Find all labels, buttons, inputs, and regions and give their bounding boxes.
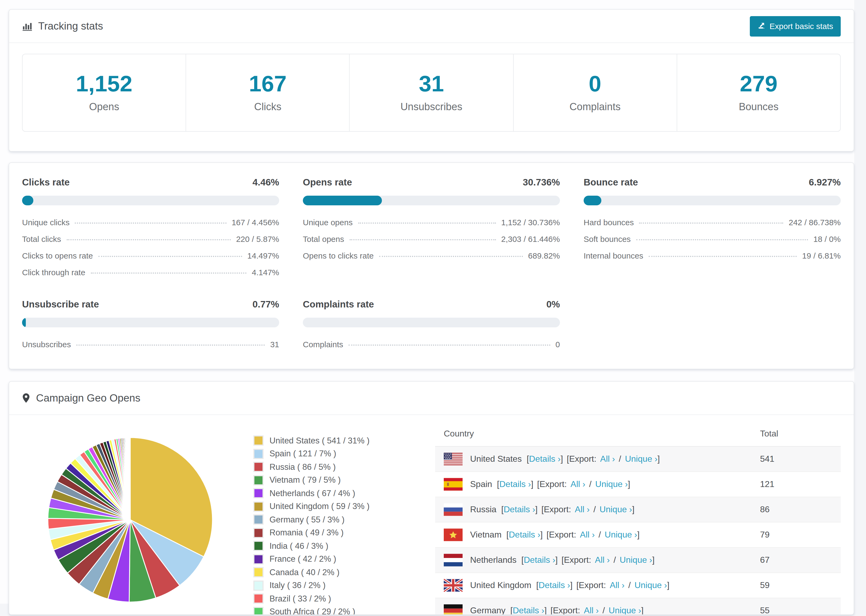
stat-detail-row: Unsubscribes 31 xyxy=(22,336,279,353)
export-all-link[interactable]: All › xyxy=(580,530,595,539)
rate-block-bounce-rate: Bounce rate 6.927% Hard bounces 242 / 86… xyxy=(584,177,841,281)
country-total: 67 xyxy=(751,547,841,573)
progress-fill xyxy=(584,196,601,205)
stat-label: Complaints xyxy=(513,100,676,113)
de-flag-icon xyxy=(444,604,463,615)
legend-swatch xyxy=(254,567,264,577)
legend-swatch xyxy=(254,607,264,615)
legend-label: Germany ( 55 / 3% ) xyxy=(269,515,345,524)
bracket: ] xyxy=(544,606,547,615)
stat-detail-label: Clicks to opens rate xyxy=(22,251,93,260)
legend-swatch xyxy=(254,435,264,446)
legend-item[interactable]: Russia ( 86 / 5% ) xyxy=(254,462,431,472)
export-unique-link[interactable]: Unique › xyxy=(620,555,652,564)
legend-item[interactable]: United Kingdom ( 59 / 3% ) xyxy=(254,501,431,511)
geo-header: Campaign Geo Opens xyxy=(9,382,853,415)
scrollbar-gutter[interactable] xyxy=(854,0,866,616)
export-all-link[interactable]: All › xyxy=(600,454,615,464)
details-link[interactable]: Details › xyxy=(509,530,540,539)
stat-detail-row: Soft bounces 18 / 0% xyxy=(584,231,841,247)
legend-item[interactable]: India ( 46 / 3% ) xyxy=(254,541,431,551)
legend-item[interactable]: Canada ( 40 / 2% ) xyxy=(254,567,431,577)
legend-item[interactable]: Brazil ( 33 / 2% ) xyxy=(254,593,431,603)
details-link[interactable]: Details › xyxy=(524,555,555,564)
details-link[interactable]: Details › xyxy=(504,505,535,514)
bracket: ] xyxy=(637,530,639,539)
export-all-link[interactable]: All › xyxy=(584,606,599,615)
legend-item[interactable]: United States ( 541 / 31% ) xyxy=(254,435,431,446)
stat-value: 279 xyxy=(677,72,840,96)
stat-detail-row: Unique opens 1,152 / 30.736% xyxy=(303,214,560,231)
export-all-link[interactable]: All › xyxy=(595,555,610,564)
export-unique-link[interactable]: Unique › xyxy=(605,530,637,539)
legend-item[interactable]: South Africa ( 29 / 2% ) xyxy=(254,607,431,615)
stat-box-complaints: 0 Complaints xyxy=(513,54,677,131)
export-prefix: [Export: xyxy=(546,530,576,539)
legend-label: Russia ( 86 / 5% ) xyxy=(269,462,335,472)
progress-bar xyxy=(22,196,279,205)
stat-box-unsubscribes: 31 Unsubscribes xyxy=(350,54,513,131)
bracket: ] xyxy=(652,555,655,564)
table-row-nl: Netherlands[Details ›][Export:All ›/Uniq… xyxy=(435,547,841,573)
bracket: ] xyxy=(555,555,558,564)
column-header-country: Country xyxy=(435,421,751,446)
rate-value: 6.927% xyxy=(809,177,841,188)
details-link[interactable]: Details › xyxy=(529,454,561,464)
export-unique-link[interactable]: Unique › xyxy=(600,505,632,514)
column-header-total: Total xyxy=(751,421,841,446)
geo-pie-chart[interactable] xyxy=(22,421,254,615)
legend-item[interactable]: France ( 42 / 2% ) xyxy=(254,554,431,564)
stat-detail-row: Unique clicks 167 / 4.456% xyxy=(22,214,279,231)
legend-label: India ( 46 / 3% ) xyxy=(269,541,328,551)
export-unique-link[interactable]: Unique › xyxy=(595,479,628,489)
legend-swatch xyxy=(254,488,264,498)
legend-item[interactable]: Italy ( 36 / 2% ) xyxy=(254,580,431,591)
export-unique-link[interactable]: Unique › xyxy=(609,606,641,615)
export-all-link[interactable]: All › xyxy=(575,505,589,514)
export-unique-link[interactable]: Unique › xyxy=(635,580,667,590)
stat-detail-value: 4.147% xyxy=(252,268,279,277)
nl-flag-icon xyxy=(444,554,463,567)
legend-swatch xyxy=(254,528,264,538)
tracking-stats-card: Tracking stats Export basic stats xyxy=(9,9,854,152)
stat-detail-label: Unique clicks xyxy=(22,218,70,227)
stat-detail-label: Opens to clicks rate xyxy=(303,251,373,260)
rates-grid: Clicks rate 4.46% Unique clicks 167 / 4.… xyxy=(9,163,853,369)
legend-label: Romania ( 49 / 3% ) xyxy=(269,528,344,537)
rates-card: Clicks rate 4.46% Unique clicks 167 / 4.… xyxy=(9,162,854,369)
legend-item[interactable]: Germany ( 55 / 3% ) xyxy=(254,514,431,525)
stat-box-bounces: 279 Bounces xyxy=(677,54,840,131)
details-link[interactable]: Details › xyxy=(539,580,570,590)
rate-value: 4.46% xyxy=(252,177,279,188)
stat-label: Clicks xyxy=(186,100,349,113)
legend-item[interactable]: Romania ( 49 / 3% ) xyxy=(254,528,431,538)
export-unique-link[interactable]: Unique › xyxy=(625,454,658,464)
campaign-geo-opens-card: Campaign Geo Opens United States ( 541 /… xyxy=(9,381,854,615)
stat-detail-label: Click through rate xyxy=(22,268,85,277)
country-name: United States xyxy=(470,454,522,464)
legend-item[interactable]: Spain ( 121 / 7% ) xyxy=(254,449,431,459)
legend-swatch xyxy=(254,541,264,551)
export-prefix: [Export: xyxy=(537,479,567,489)
legend-swatch xyxy=(254,462,264,472)
legend-swatch xyxy=(254,449,264,459)
export-basic-stats-button[interactable]: Export basic stats xyxy=(749,16,841,36)
legend-item[interactable]: Netherlands ( 67 / 4% ) xyxy=(254,488,431,498)
stat-detail-label: Unsubscribes xyxy=(22,340,71,349)
export-all-link[interactable]: All › xyxy=(570,479,585,489)
export-all-link[interactable]: All › xyxy=(610,580,625,590)
country-total: 86 xyxy=(751,497,841,522)
details-link[interactable]: Details › xyxy=(513,606,544,615)
summary-row: 1,152 Opens 167 Clicks 31 Unsubscribes 0… xyxy=(22,54,841,132)
dotted-leader xyxy=(350,239,496,240)
export-icon xyxy=(757,21,765,31)
slash: / xyxy=(589,479,591,489)
progress-bar xyxy=(303,318,560,327)
country-total: 55 xyxy=(751,598,841,615)
stat-value: 1,152 xyxy=(23,72,186,96)
export-prefix: [Export: xyxy=(567,454,596,464)
bracket: ] xyxy=(632,505,635,514)
legend-item[interactable]: Vietnam ( 79 / 5% ) xyxy=(254,475,431,485)
stat-detail-row: Hard bounces 242 / 86.738% xyxy=(584,214,841,231)
details-link[interactable]: Details › xyxy=(499,479,531,489)
